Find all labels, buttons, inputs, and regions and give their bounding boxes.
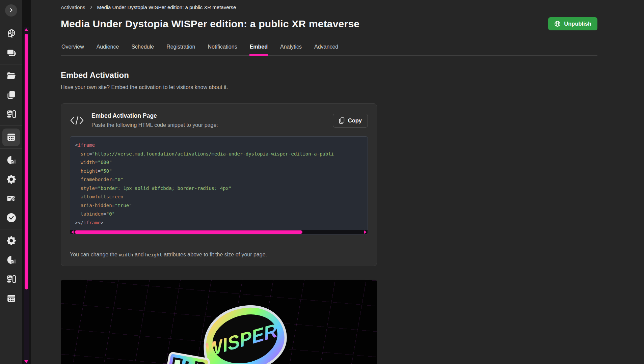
embed-card-footer: You can change the width and height attr… (61, 245, 377, 266)
globe-icon (554, 21, 561, 27)
sidebar-item-calendar[interactable] (0, 289, 22, 308)
section-heading: Embed Activation (61, 71, 597, 80)
sidebar-item-pie-chart[interactable] (0, 250, 22, 270)
copy-icon (339, 117, 345, 124)
sidebar-item-gear[interactable] (0, 170, 22, 189)
code-line: frameborder="0" (75, 175, 363, 184)
page-title: Media Under Dystopia WISPer edition: a p… (61, 18, 359, 30)
tab-schedule[interactable]: Schedule (131, 42, 155, 55)
tab-advanced[interactable]: Advanced (314, 42, 339, 55)
sidebar-expand-button[interactable] (5, 4, 17, 17)
code-line: style="border: 1px solid #bfcbda; border… (75, 184, 363, 193)
code-line: tabindex="0" (75, 210, 363, 219)
sidebar-items (0, 24, 22, 308)
code-hscrollbar (70, 230, 368, 234)
sidebar-divider (0, 148, 22, 149)
copy-button[interactable]: Copy (333, 114, 368, 128)
qr-code-sticker: mu (163, 353, 210, 364)
gear-icon (2, 171, 20, 188)
scroll-left-arrow-icon[interactable] (71, 230, 74, 234)
tab-registration[interactable]: Registration (166, 42, 196, 55)
sidebar-item-layers[interactable] (0, 43, 22, 62)
code-line: aria-hidden="true" (75, 201, 363, 210)
tab-notifications[interactable]: Notifications (207, 42, 238, 55)
pie-chart-icon (2, 151, 20, 169)
globe-search-icon (2, 25, 20, 43)
code-line: height="50" (75, 167, 363, 176)
calendar-icon (2, 290, 20, 307)
sidebar-scrollbar-thumb[interactable] (25, 34, 28, 289)
sidebar-divider (0, 229, 22, 229)
code-snippet-container: <iframe src="https://verse.mud.foundatio… (70, 136, 368, 235)
pie-chart-icon (2, 251, 20, 269)
code-line: src="https://verse.mud.foundation/activa… (75, 150, 363, 159)
sidebar-scroll-gutter (22, 0, 31, 364)
section-description: Have your own site? Embed the activation… (61, 84, 597, 90)
scroll-up-arrow-icon[interactable] (24, 28, 28, 31)
embed-card-title: Embed Activation Page (91, 112, 333, 119)
width-attr-code: width (119, 252, 133, 257)
tab-overview[interactable]: Overview (61, 42, 85, 55)
embed-card-subtitle: Paste the following HTML code snippet to… (91, 122, 333, 128)
folder-icon (2, 67, 20, 85)
tab-embed[interactable]: Embed (249, 42, 268, 55)
sidebar-scrollbar-track[interactable] (24, 27, 29, 364)
embed-card: Embed Activation Page Paste the followin… (61, 103, 377, 266)
gear-icon (2, 232, 20, 250)
sidebar-item-check-circle[interactable] (0, 208, 22, 227)
tab-analytics[interactable]: Analytics (279, 42, 302, 55)
copy-pages-icon (2, 86, 20, 104)
code-line: width="600" (75, 158, 363, 167)
sidebar-divider (0, 125, 22, 126)
sidebar-item-message-edit[interactable] (0, 189, 22, 208)
breadcrumb-chevron-icon (89, 4, 93, 10)
activation-preview-image: WISPER mu (61, 280, 377, 364)
sidebar-item-globe-search[interactable] (0, 24, 22, 43)
main-content: Activations Media Under Dystopia WISPer … (31, 0, 644, 364)
height-attr-code: height (145, 252, 162, 257)
breadcrumb-current: Media Under Dystopia WISPer edition: a p… (97, 4, 236, 10)
sidebar-item-gear[interactable] (0, 231, 22, 250)
tab-bar: OverviewAudienceScheduleRegistrationNoti… (61, 42, 597, 56)
sidebar-divider (0, 64, 22, 64)
scroll-right-arrow-icon[interactable] (364, 230, 367, 234)
sidebar-item-media-kit[interactable] (0, 270, 22, 289)
sidebar (0, 0, 22, 364)
unpublish-button[interactable]: Unpublish (548, 17, 597, 30)
code-tag-icon (70, 114, 84, 128)
layers-icon (2, 44, 20, 62)
media-kit-icon (2, 106, 20, 123)
code-hscrollbar-thumb[interactable] (75, 230, 302, 234)
calendar-icon (2, 129, 20, 146)
chevron-right-icon (8, 7, 14, 14)
sidebar-item-media-kit[interactable] (0, 105, 22, 124)
sidebar-item-folder[interactable] (0, 66, 22, 85)
scroll-down-arrow-icon[interactable] (24, 360, 28, 363)
breadcrumb-root-link[interactable]: Activations (61, 4, 85, 10)
code-line: allowfullscreen (75, 193, 363, 201)
check-circle-icon (2, 209, 20, 227)
media-kit-icon (2, 271, 20, 288)
breadcrumb: Activations Media Under Dystopia WISPer … (61, 4, 597, 10)
tab-audience[interactable]: Audience (96, 42, 120, 55)
code-line: <iframe (75, 141, 363, 150)
sidebar-item-copy-pages[interactable] (0, 85, 22, 105)
sidebar-item-calendar[interactable] (0, 128, 22, 147)
wisper-logo: WISPER mu (154, 300, 302, 364)
code-block[interactable]: <iframe src="https://verse.mud.foundatio… (70, 137, 368, 230)
code-hscrollbar-track[interactable] (75, 230, 363, 234)
sidebar-item-pie-chart[interactable] (0, 150, 22, 170)
code-line: ></iframe> (75, 219, 363, 227)
message-edit-icon (2, 190, 20, 207)
